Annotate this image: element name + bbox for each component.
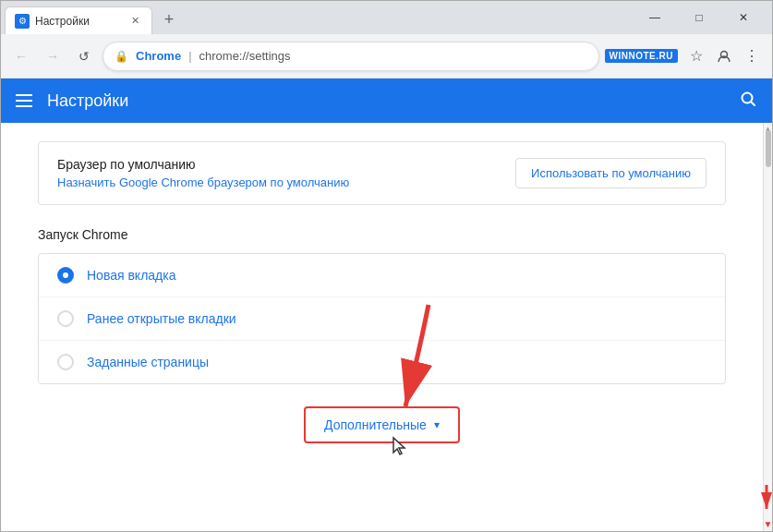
radio-item-previous-tabs[interactable]: Ранее открытые вкладки bbox=[39, 297, 725, 341]
back-button[interactable]: ← bbox=[8, 43, 34, 69]
startup-section-title: Запуск Chrome bbox=[38, 227, 726, 242]
radio-item-new-tab[interactable]: Новая вкладка bbox=[39, 254, 725, 297]
advanced-button[interactable]: Дополнительные ▾ bbox=[304, 406, 460, 443]
address-bar: ← → ↺ 🔒 Chrome | chrome://settings WINNO… bbox=[1, 34, 772, 79]
set-default-button[interactable]: Использовать по умолчанию bbox=[515, 158, 707, 188]
tabs-area: Настройки ✕ + bbox=[1, 1, 626, 34]
content-area: Браузер по умолчанию Назначить Google Ch… bbox=[1, 123, 772, 531]
tab-close-button[interactable]: ✕ bbox=[127, 14, 142, 29]
new-tab-button[interactable]: + bbox=[156, 6, 182, 32]
active-tab[interactable]: Настройки ✕ bbox=[5, 6, 152, 34]
radio-label-specific-pages: Заданные страницы bbox=[87, 355, 209, 369]
separator: | bbox=[188, 49, 191, 63]
window-controls: — □ ✕ bbox=[626, 1, 772, 34]
radio-item-specific-pages[interactable]: Заданные страницы bbox=[39, 341, 725, 383]
chevron-down-icon: ▾ bbox=[434, 418, 440, 431]
page-title: Настройки bbox=[47, 91, 724, 111]
account-button[interactable] bbox=[711, 43, 737, 69]
omnibox[interactable]: 🔒 Chrome | chrome://settings bbox=[103, 42, 599, 71]
main-content: Браузер по умолчанию Назначить Google Ch… bbox=[1, 123, 763, 531]
winnoteru-logo: WINNOTE.RU bbox=[605, 49, 678, 63]
radio-specific-pages[interactable] bbox=[57, 354, 74, 370]
title-bar: Настройки ✕ + — □ ✕ bbox=[1, 1, 772, 34]
maximize-button[interactable]: □ bbox=[678, 1, 720, 34]
tab-title: Настройки bbox=[35, 15, 122, 28]
lock-icon: 🔒 bbox=[115, 50, 128, 63]
close-button[interactable]: ✕ bbox=[722, 1, 765, 34]
scrollbar[interactable]: ▲ ▼ bbox=[763, 123, 772, 531]
hamburger-menu[interactable] bbox=[16, 94, 32, 107]
url-text: chrome://settings bbox=[199, 49, 291, 63]
search-button[interactable] bbox=[739, 90, 757, 113]
advanced-button-label: Дополнительные bbox=[324, 417, 427, 432]
default-browser-subtext[interactable]: Назначить Google Chrome браузером по умо… bbox=[57, 175, 349, 189]
scroll-down-annotation bbox=[761, 485, 772, 513]
menu-button[interactable]: ⋮ bbox=[739, 43, 765, 69]
app-header: Настройки bbox=[1, 79, 772, 123]
default-browser-card: Браузер по умолчанию Назначить Google Ch… bbox=[38, 141, 726, 205]
radio-label-new-tab: Новая вкладка bbox=[87, 268, 176, 283]
reload-button[interactable]: ↺ bbox=[71, 43, 97, 69]
startup-section: Запуск Chrome Новая вкладка Ранее открыт… bbox=[38, 227, 726, 384]
radio-new-tab[interactable] bbox=[57, 267, 74, 284]
tab-favicon bbox=[15, 14, 30, 29]
radio-previous-tabs[interactable] bbox=[57, 310, 74, 327]
svg-line-2 bbox=[751, 102, 755, 105]
minimize-button[interactable]: — bbox=[634, 1, 676, 34]
forward-button[interactable]: → bbox=[40, 43, 66, 69]
default-browser-heading: Браузер по умолчанию bbox=[57, 157, 349, 172]
toolbar-buttons: WINNOTE.RU ☆ ⋮ bbox=[605, 43, 765, 69]
radio-label-previous-tabs: Ранее открытые вкладки bbox=[87, 311, 236, 326]
scroll-down-arrow[interactable]: ▼ bbox=[765, 520, 772, 527]
site-name: Chrome bbox=[136, 49, 181, 63]
winnoteru-text: WINNOTE.RU bbox=[605, 49, 678, 63]
bookmark-button[interactable]: ☆ bbox=[683, 43, 709, 69]
startup-options-card: Новая вкладка Ранее открытые вкладки Зад… bbox=[38, 253, 726, 384]
advanced-area: Дополнительные ▾ bbox=[38, 406, 726, 443]
scrollbar-thumb[interactable] bbox=[766, 130, 771, 167]
